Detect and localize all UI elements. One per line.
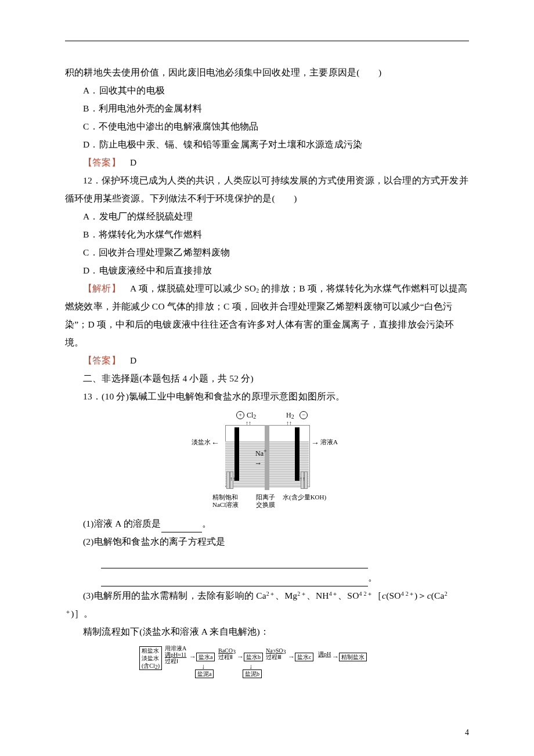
feed-label: 精制饱和NaCl溶液 [212,494,239,509]
box-refined-brine: 精制盐水 [339,653,367,661]
q11-answer: 【答案】 D [65,153,469,171]
q12-explanation: 【解析】 A 项，煤脱硫处理可以减少 SO2 的排放；B 项，将煤转化为水煤气作… [65,279,469,351]
step3-label: Na2SO3过程Ⅲ [266,647,286,660]
refine-flow: 粗盐水淡盐水(含Cl2) 用溶液A调pH≈11过程Ⅰ → 盐水a ↓ 盐泥a B… [139,644,395,679]
na-arrow-icon: → [254,459,262,468]
na-ion-label: Na+ [255,449,267,458]
page-number: 4 [465,728,469,737]
q12-option-b: B．将煤转化为水煤气作燃料 [65,225,469,243]
q12-stem: 12．保护环境已成为人类的共识，人类应以可持续发展的方式使用资源，以合理的方式开… [65,171,469,207]
q11-option-a: A．回收其中的电极 [65,81,469,99]
answer-label: 【答案】 [83,355,121,365]
q13-part1: (1)溶液 A 的溶质是。 [65,514,469,532]
plus-terminal-icon: + [236,411,244,419]
box-sludge-a: 盐泥a [195,669,214,678]
arrow-icon: → [237,653,244,661]
q13-part2: (2)电解饱和食盐水的离子方程式是 [65,532,469,550]
dilute-brine-label: 淡盐水 [192,438,211,447]
electrolysis-cell: + − Cl2 H2 ↑↑ ↑↑ ← → 淡盐水 溶液A Na+ → ↑↑ ↑↑… [192,409,342,511]
left-arrow-icon: ← [211,438,219,448]
q13-blank-line-1 [65,550,469,568]
fill-blank[interactable] [101,559,368,568]
box-brine-c: 盐水c [295,653,313,661]
q11-option-c: C．不使电池中渗出的电解液腐蚀其他物品 [65,117,469,135]
box-brine-a: 盐水a [196,653,215,661]
box-crude-brine: 粗盐水淡盐水(含Cl2) [139,646,162,670]
arrow-icon: → [288,653,295,661]
top-rule [65,41,469,41]
fill-blank[interactable] [101,577,368,586]
q11-option-b: B．利用电池外壳的金属材料 [65,99,469,117]
solution-a-label: 溶液A [320,438,338,447]
right-arrow-icon: → [311,438,319,448]
explanation-label: 【解析】 [83,283,121,293]
up-arrows-right: ↑↑ [286,420,292,426]
answer-label: 【答案】 [83,157,121,167]
cathode [295,427,300,481]
q13-blank-line-2: 。 [65,568,469,586]
q13-part3b: 精制流程如下(淡盐水和溶液 A 来自电解池)： [65,622,469,640]
page: 积的耕地失去使用价值，因此废旧电池必须集中回收处理，主要原因是( ) A．回收其… [0,0,534,756]
q12-option-a: A．发电厂的煤经脱硫处理 [65,207,469,225]
box-sludge-b: 盐泥b [243,669,262,678]
anode [234,427,239,481]
fill-blank[interactable] [161,523,202,532]
cl2-label: Cl2 [247,411,256,420]
flow-figure: 粗盐水淡盐水(含Cl2) 用溶液A调pH≈11过程Ⅰ → 盐水a ↓ 盐泥a B… [65,644,469,679]
water-koh-label: 水(含少量KOH) [283,494,326,501]
q13-part3: (3)电解所用的盐水需精制，去除有影响的 Ca2＋、Mg2＋、NH4＋、SO4 … [65,586,469,622]
inlet-arrows-left: ↑↑ [230,476,236,482]
q13-stem: 13．(10 分)氯碱工业中电解饱和食盐水的原理示意图如图所示。 [65,387,469,405]
minus-terminal-icon: − [300,411,308,419]
inlet-arrows-right: ↑↑ [300,476,305,482]
q11-option-d: D．防止电极中汞、镉、镍和铅等重金属离子对土壤和水源造成污染 [65,135,469,153]
section-2-heading: 二、非选择题(本题包括 4 小题，共 52 分) [65,369,469,387]
up-arrows-left: ↑↑ [246,420,251,426]
electrolysis-figure: + − Cl2 H2 ↑↑ ↑↑ ← → 淡盐水 溶液A Na+ → ↑↑ ↑↑… [65,409,469,511]
h2-label: H2 [286,411,294,420]
arrow-icon: → [332,653,339,661]
box-brine-b: 盐水b [244,653,263,661]
q12-answer: 【答案】 D [65,351,469,369]
step1-label: 用溶液A调pH≈11过程Ⅰ [165,645,186,664]
q11-continuation: 积的耕地失去使用价值，因此废旧电池必须集中回收处理，主要原因是( ) [65,63,469,81]
membrane-label: 阳离子交换膜 [256,494,275,509]
q12-option-d: D．电镀废液经中和后直接排放 [65,261,469,279]
arrow-icon: → [189,653,196,661]
step2-label: BaCO3过程Ⅱ [218,647,236,660]
step4-label: 调pH [318,651,331,657]
q12-option-c: C．回收并合理处理聚乙烯塑料废物 [65,243,469,261]
